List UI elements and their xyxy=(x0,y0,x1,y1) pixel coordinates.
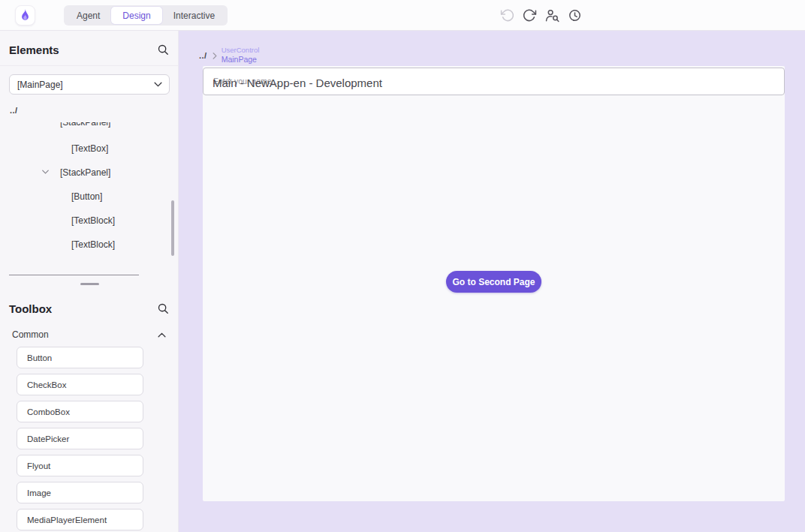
breadcrumb-root[interactable]: ../ xyxy=(199,51,207,60)
elements-panel-header: Elements xyxy=(9,40,169,59)
element-tree: [StackPanel] [TextBox] [StackPanel] [But… xyxy=(0,122,179,258)
tree-row[interactable]: [StackPanel] xyxy=(0,161,179,185)
undo-icon[interactable] xyxy=(500,8,514,23)
tree-row[interactable]: [StackPanel] xyxy=(0,122,179,134)
chevron-right-icon xyxy=(213,53,217,59)
elements-panel-title: Elements xyxy=(9,44,59,56)
history-icon[interactable] xyxy=(568,8,582,23)
topbar: Agent Design Interactive xyxy=(0,0,805,31)
topbar-actions xyxy=(500,8,582,23)
flame-icon xyxy=(17,8,33,23)
elements-search-icon[interactable] xyxy=(157,44,169,56)
left-sidebar: Elements [MainPage] ../ [StackPanel] [Te… xyxy=(0,31,179,532)
go-to-second-page-button[interactable]: Go to Second Page xyxy=(446,271,541,293)
breadcrumb-current[interactable]: UserControl MainPage xyxy=(222,47,260,64)
tree-row-label: [TextBox] xyxy=(71,143,108,154)
tab-interactive[interactable]: Interactive xyxy=(162,7,226,24)
tree-row[interactable]: [TextBox] xyxy=(0,137,179,161)
toolbox-search-icon[interactable] xyxy=(157,302,169,314)
tree-row-label: [StackPanel] xyxy=(60,167,110,178)
tree-row[interactable]: [TextBlock] xyxy=(0,233,179,257)
toolbox-item-image[interactable]: Image xyxy=(17,482,143,503)
chevron-up-icon xyxy=(158,332,166,338)
tab-agent[interactable]: Agent xyxy=(65,7,111,24)
tree-root-label[interactable]: ../ xyxy=(10,106,18,115)
tree-row[interactable]: [Button] xyxy=(0,185,179,209)
toolbox-item-datepicker[interactable]: DatePicker xyxy=(17,428,143,449)
tab-design[interactable]: Design xyxy=(111,7,161,24)
toolbox-panel-title: Toolbox xyxy=(9,302,52,315)
toolbox-item-flyout[interactable]: Flyout xyxy=(17,455,143,476)
toolbox-section-common[interactable]: Common xyxy=(12,327,166,342)
app-logo[interactable] xyxy=(15,5,35,26)
toolbox-item-checkbox[interactable]: CheckBox xyxy=(17,374,143,395)
scope-selector-dropdown[interactable]: [MainPage] xyxy=(9,74,170,95)
tree-row-label: [StackPanel] xyxy=(60,122,110,128)
chevron-down-icon xyxy=(154,82,162,87)
design-canvas-area: ../ UserControl MainPage Enter your name… xyxy=(179,31,805,532)
mode-tabs: Agent Design Interactive xyxy=(64,5,228,26)
name-textbox[interactable]: Enter your name... Main - NewApp-en - De… xyxy=(203,68,785,95)
elements-header-divider xyxy=(0,65,178,66)
breadcrumb-parent-type: UserControl xyxy=(222,47,260,55)
tree-row-label: [TextBlock] xyxy=(71,239,115,250)
breadcrumb: ../ UserControl MainPage xyxy=(199,47,259,64)
tree-horizontal-scrollbar[interactable] xyxy=(9,275,139,275)
app-window-title: Main - NewApp-en - Development xyxy=(213,76,382,90)
tree-vertical-scrollbar[interactable] xyxy=(171,200,174,256)
chevron-down-icon[interactable] xyxy=(42,170,49,174)
toolbox-item-button[interactable]: Button xyxy=(17,347,143,368)
breadcrumb-page-name: MainPage xyxy=(222,55,260,64)
redo-icon[interactable] xyxy=(523,8,537,23)
tree-row-label: [Button] xyxy=(71,191,102,202)
tree-row[interactable]: [TextBlock] xyxy=(0,209,179,233)
scope-selector-value: [MainPage] xyxy=(17,80,63,90)
toolbox-panel-header: Toolbox xyxy=(9,299,169,318)
toolbox-item-mediaplayerelement[interactable]: MediaPlayerElement xyxy=(17,509,143,530)
toolbox-item-combobox[interactable]: ComboBox xyxy=(17,401,143,422)
toolbox-section-label: Common xyxy=(12,329,49,340)
tree-row-label: [TextBlock] xyxy=(71,215,115,226)
user-search-icon[interactable] xyxy=(545,8,559,23)
panel-resize-handle[interactable] xyxy=(80,283,99,285)
artboard[interactable]: Enter your name... Main - NewApp-en - De… xyxy=(203,66,785,501)
